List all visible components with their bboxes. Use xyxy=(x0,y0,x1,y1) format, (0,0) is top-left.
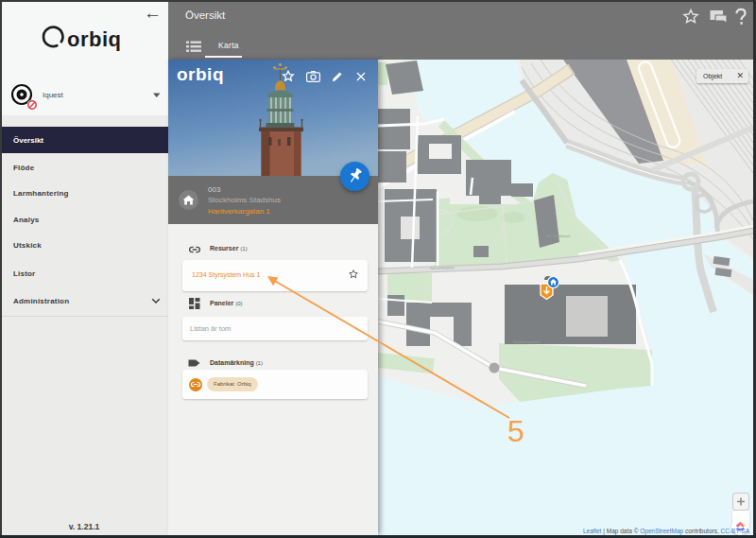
svg-text:Norr Stadshuset: Norr Stadshuset xyxy=(546,234,570,238)
svg-text:Iquest: Iquest xyxy=(43,91,64,99)
svg-text:orbiq: orbiq xyxy=(67,27,122,51)
svg-text:Stadshusparken: Stadshusparken xyxy=(513,339,541,344)
